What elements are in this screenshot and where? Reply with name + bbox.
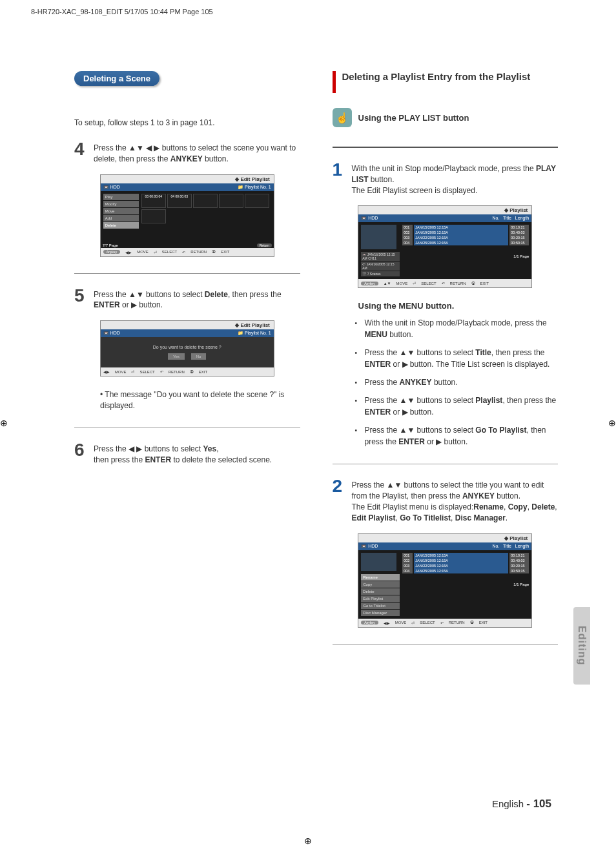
section-marker (333, 71, 336, 93)
sub-title: Using the PLAY LIST button (358, 113, 469, 123)
section-tab: Editing (573, 607, 590, 685)
section-pill: Deleting a Scene (74, 71, 159, 86)
screenshot-delete-dialog: ◆ Edit Playlist 📼 HDD📁 Playlist No. 1 Do… (100, 320, 274, 377)
screenshot-playlist-menu: ◆ Playlist 📼 HDD No. Title Length Rename… (358, 533, 532, 628)
section-title: Deleting a Playlist Entry from the Playl… (342, 71, 531, 82)
menu-heading: Using the MENU button. (358, 301, 559, 311)
step-text: Press the ▲▼ ◀ ▶ buttons to select the s… (94, 140, 300, 165)
crop-mark-icon: ⊕ (0, 418, 8, 428)
step-text: Press the ▲▼ buttons to select the title… (352, 477, 559, 523)
step-note: • The message "Do you want to delete the… (100, 389, 300, 411)
step-text: Press the ◀ ▶ buttons to select Yes, the… (94, 441, 272, 466)
screenshot-playlist: ◆ Playlist 📼 HDD No. Title Length 📼 JAN/… (358, 205, 532, 288)
screenshot-edit-playlist: ◆ Edit Playlist 📼 HDD📁 Playlist No. 1 Pl… (100, 174, 274, 257)
intro-text: To setup, follow steps 1 to 3 in page 10… (74, 118, 300, 127)
step-number: 2 (333, 477, 345, 495)
step-text: With the unit in Stop mode/Playback mode… (352, 161, 559, 196)
step-number: 1 (333, 161, 345, 179)
bullet-list: With the unit in Stop mode/Playback mode… (358, 317, 559, 448)
step-number: 6 (74, 441, 87, 459)
crop-mark-icon: ⊕ (304, 836, 312, 846)
crop-mark-icon: ⊕ (608, 418, 616, 428)
hand-icon: ☝ (333, 108, 352, 127)
page-footer: English - 105 (492, 798, 551, 810)
step-number: 5 (74, 287, 87, 305)
right-column: Deleting a Playlist Entry from the Playl… (333, 71, 559, 657)
print-header: 8-HR720-XAC_98-108_EDIT 5/17/05 10:44 PM… (31, 8, 213, 15)
step-number: 4 (74, 140, 87, 158)
step-text: Press the ▲▼ buttons to select Delete, t… (94, 287, 300, 311)
left-column: Deleting a Scene To setup, follow steps … (74, 71, 300, 657)
